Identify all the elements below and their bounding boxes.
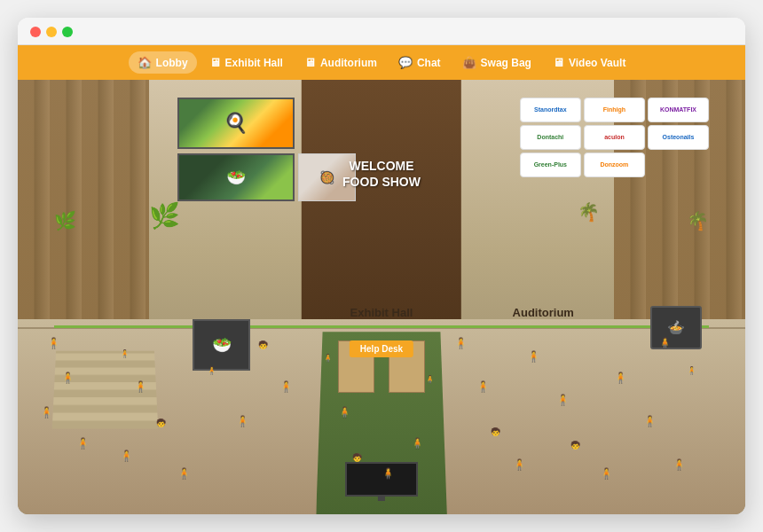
swag-icon: 👜 (462, 56, 476, 69)
food-image-2 (179, 155, 292, 200)
person-32: 🧍 (687, 366, 696, 375)
sponsor-finhigh[interactable]: Finhigh (584, 98, 645, 122)
person-9: 🧍 (177, 467, 191, 480)
nav-auditorium[interactable]: 🖥 Auditorium (295, 51, 386, 74)
person-1: 🧍 (47, 337, 60, 349)
person-20: 🧍 (454, 337, 468, 349)
sponsor-osteonails[interactable]: Osteonails (648, 125, 709, 150)
auditorium-label: Auditorium (513, 306, 574, 319)
salad-display: 🥗 (193, 319, 251, 372)
nav-exhibit-label: Exhibit Hall (225, 57, 283, 69)
home-icon: 🏠 (138, 56, 152, 69)
browser-window: 🏠 Lobby 🖥 Exhibit Hall 🖥 Auditorium 💬 Ch… (18, 18, 745, 514)
welcome-line1: WELCOME (342, 158, 421, 174)
person-28: 🧍 (614, 372, 627, 384)
sponsor-donzoom[interactable]: Donzoom (584, 153, 645, 177)
food-image-1 (179, 99, 292, 148)
welcome-text: WELCOME FOOD SHOW (342, 158, 421, 190)
chat-icon: 💬 (398, 56, 413, 69)
lobby-scene: WELCOME FOOD SHOW Stanordtax Finhigh KON… (18, 80, 745, 514)
person-7: 🧒 (156, 419, 166, 427)
person-30: 🧍 (658, 337, 672, 349)
sponsor-konmatfix[interactable]: KONMATFIX (648, 98, 709, 122)
person-6: 🧍 (134, 380, 147, 393)
person-18: 🧍 (411, 437, 424, 450)
nav-bar: 🏠 Lobby 🖥 Exhibit Hall 🖥 Auditorium 💬 Ch… (18, 45, 745, 80)
nav-video-label: Video Vault (569, 57, 625, 69)
browser-chrome (18, 18, 745, 45)
person-13: 🧍 (279, 380, 293, 393)
person-10: 🧍 (207, 366, 216, 375)
help-desk-button[interactable]: Help Desk (350, 340, 413, 357)
plant-far-left: 🌿 (54, 210, 76, 231)
person-15: 🧍 (338, 406, 351, 419)
person-23: 🧍 (513, 458, 526, 471)
nav-lobby[interactable]: 🏠 Lobby (129, 51, 197, 74)
plant-right: 🌴 (578, 201, 600, 223)
exhibit-hall-label: Exhibit Hall (350, 306, 413, 319)
person-8: 🧍 (120, 450, 133, 462)
nav-swag-label: Swag Bag (481, 57, 531, 69)
person-5: 🧍 (120, 349, 130, 358)
sponsor-green-plus[interactable]: Green-Plus (520, 153, 581, 177)
person-31: 🧍 (673, 458, 686, 471)
nav-chat[interactable]: 💬 Chat (389, 51, 450, 74)
person-27: 🧍 (600, 467, 613, 480)
person-11: 🧍 (236, 415, 249, 427)
person-25: 🧍 (556, 394, 570, 406)
nav-chat-label: Chat (417, 57, 441, 69)
video-icon: 🖥 (553, 56, 564, 69)
sponsor-aculon[interactable]: aculon (584, 125, 645, 150)
person-17: 🧍 (382, 467, 395, 480)
person-4: 🧍 (76, 437, 90, 450)
plant-far-right: 🌴 (687, 210, 709, 231)
person-19: 🧍 (425, 375, 435, 384)
auditorium-icon: 🖥 (304, 56, 316, 69)
tv-screen-bottom (177, 153, 294, 201)
person-24: 🧍 (527, 350, 540, 363)
person-3: 🧍 (40, 406, 53, 419)
person-26: 🧒 (570, 441, 580, 450)
person-2: 🧍 (61, 372, 75, 384)
close-button[interactable] (30, 27, 41, 37)
welcome-line2: FOOD SHOW (342, 174, 421, 190)
nav-lobby-label: Lobby (156, 57, 188, 69)
plant-left-large: 🌿 (149, 201, 180, 231)
person-16: 🧒 (352, 453, 362, 462)
sponsors-grid: Stanordtax Finhigh KONMATFIX Dontachi ac… (520, 98, 709, 177)
person-21: 🧍 (476, 380, 490, 393)
exhibit-icon: 🖥 (209, 56, 221, 69)
person-14: 🧍 (323, 354, 333, 363)
wall-left (18, 80, 149, 332)
person-29: 🧍 (643, 415, 657, 427)
minimize-button[interactable] (46, 27, 57, 37)
person-12: 🧒 (258, 340, 268, 349)
sponsor-dontachi[interactable]: Dontachi (520, 125, 581, 150)
nav-video-vault[interactable]: 🖥 Video Vault (544, 51, 634, 74)
person-22: 🧒 (491, 427, 500, 436)
nav-exhibit-hall[interactable]: 🖥 Exhibit Hall (201, 51, 292, 74)
maximize-button[interactable] (62, 27, 73, 37)
tv-screen-top (177, 98, 294, 150)
green-banner (54, 325, 709, 328)
nav-swag-bag[interactable]: 👜 Swag Bag (453, 51, 540, 74)
sponsor-stanordtax[interactable]: Stanordtax (520, 98, 581, 122)
nav-auditorium-label: Auditorium (320, 57, 377, 69)
main-content: WELCOME FOOD SHOW Stanordtax Finhigh KON… (18, 80, 745, 514)
